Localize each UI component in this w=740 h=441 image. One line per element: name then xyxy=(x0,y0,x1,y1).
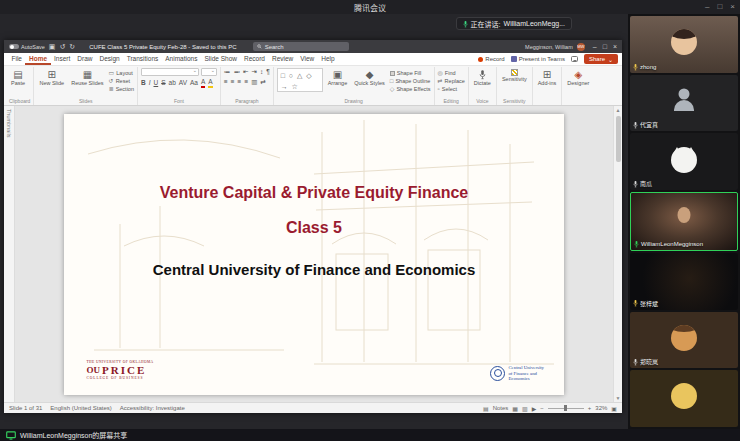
shape-effects-button[interactable]: ◇ Shape Effects xyxy=(390,86,431,92)
tab-slide-show[interactable]: Slide Show xyxy=(201,53,241,65)
align-left-button[interactable]: ≡ xyxy=(224,78,228,86)
text-direction-button[interactable]: ⇄ xyxy=(260,78,265,86)
scroll-up-icon[interactable]: ▲ xyxy=(614,107,622,113)
account-area[interactable]: Megginson, William MW xyxy=(525,43,585,51)
character-spacing-button[interactable]: AV xyxy=(179,79,187,87)
select-button[interactable]: ▫ Select xyxy=(438,86,465,92)
normal-view-icon[interactable]: ▦ xyxy=(512,405,518,412)
autosave-toggle[interactable]: AutoSave xyxy=(9,44,45,50)
accessibility-status[interactable]: Accessibility: Investigate xyxy=(120,405,185,411)
bullets-button[interactable]: ≔ xyxy=(224,68,231,76)
participant-tile[interactable] xyxy=(630,370,738,427)
zoom-slider[interactable] xyxy=(548,408,584,409)
paragraph-marks-button[interactable]: ¶ xyxy=(266,68,270,76)
slide-subtitle[interactable]: Central University of Finance and Econom… xyxy=(64,261,564,278)
tab-draw[interactable]: Draw xyxy=(74,53,96,65)
highlight-button[interactable]: A xyxy=(208,78,212,88)
paste-button[interactable]: ▤ Paste xyxy=(9,68,27,88)
participant-tile[interactable]: 郑晓岚 xyxy=(630,312,738,369)
italic-button[interactable]: I xyxy=(149,79,151,87)
maximize-button[interactable]: □ xyxy=(717,0,722,14)
slideshow-icon[interactable]: ▶ xyxy=(532,405,537,412)
present-in-teams-button[interactable]: Present in Teams xyxy=(511,56,565,62)
scroll-down-icon[interactable]: ▼ xyxy=(614,395,622,401)
shape-fill-button[interactable]: Shape Fill xyxy=(390,70,431,76)
columns-button[interactable]: ▥ xyxy=(251,78,257,86)
zoom-out-icon[interactable]: − xyxy=(540,405,544,411)
tab-home[interactable]: Home xyxy=(25,53,50,65)
slide-sorter-icon[interactable]: ▥ xyxy=(522,405,528,412)
slide[interactable]: Venture Capital & Private Equity Finance… xyxy=(64,114,564,395)
avatar: MW xyxy=(577,43,585,51)
zoom-in-icon[interactable]: + xyxy=(588,405,592,411)
participant-tile[interactable]: 南瓜 xyxy=(630,133,738,190)
find-button[interactable]: ◎ Find xyxy=(438,70,465,76)
font-name-combo[interactable] xyxy=(141,68,199,76)
tab-help[interactable]: Help xyxy=(318,53,338,65)
notes-button[interactable]: Notes xyxy=(493,405,509,411)
scrollbar-thumb[interactable] xyxy=(616,116,621,162)
tab-view[interactable]: View xyxy=(297,53,318,65)
tab-animations[interactable]: Animations xyxy=(162,53,201,65)
text-shadow-button[interactable]: ab xyxy=(169,79,176,87)
line-spacing-button[interactable]: ↕ xyxy=(260,68,263,76)
ppt-minimize-button[interactable]: – xyxy=(593,43,597,50)
shapes-gallery[interactable]: □ ○ △ ◇ → ☆ xyxy=(277,68,323,92)
vertical-scrollbar[interactable]: ▲ ▼ xyxy=(613,106,622,402)
reuse-slides-button[interactable]: ▦ Reuse Slides xyxy=(69,68,105,88)
minimize-button[interactable]: – xyxy=(705,0,709,14)
font-color-button[interactable]: A xyxy=(201,78,205,88)
reset-button[interactable]: ↺ Reset xyxy=(109,78,134,84)
layout-button[interactable]: ▭ Layout xyxy=(109,70,134,76)
tab-transitions[interactable]: Transitions xyxy=(123,53,162,65)
new-slide-button[interactable]: ⊞ New Slide xyxy=(37,68,66,88)
zoom-level[interactable]: 32% xyxy=(595,405,607,411)
ppt-close-button[interactable]: × xyxy=(613,43,617,50)
font-size-combo[interactable] xyxy=(201,68,217,76)
participant-tile[interactable]: zhong xyxy=(630,16,738,73)
change-case-button[interactable]: Aa xyxy=(190,79,198,87)
language-status[interactable]: English (United States) xyxy=(50,405,111,411)
notes-icon[interactable]: ▤ xyxy=(483,405,489,412)
align-center-button[interactable]: ≡ xyxy=(231,78,235,86)
justify-button[interactable]: ≡ xyxy=(244,78,248,86)
fit-slide-icon[interactable]: ▣ xyxy=(611,405,617,412)
designer-button[interactable]: ◈ Designer xyxy=(565,68,591,88)
new-slide-icon: ⊞ xyxy=(48,69,56,80)
comments-icon[interactable] xyxy=(571,56,578,62)
tab-design[interactable]: Design xyxy=(96,53,123,65)
ppt-maximize-button[interactable]: □ xyxy=(603,43,607,50)
dictate-button[interactable]: Dictate xyxy=(472,68,493,88)
bold-button[interactable]: B xyxy=(141,79,146,87)
slide-title-line1[interactable]: Venture Capital & Private Equity Finance xyxy=(64,184,564,202)
quick-styles-button[interactable]: ◆ Quick Styles xyxy=(352,68,387,88)
share-button[interactable]: Share ⌄ xyxy=(584,54,618,64)
shape-outline-button[interactable]: □ Shape Outline xyxy=(390,78,431,84)
search-input[interactable]: Search xyxy=(253,42,349,51)
section-button[interactable]: ≣ Section xyxy=(109,86,134,92)
save-icon[interactable]: ▣ xyxy=(49,40,56,53)
close-button[interactable]: × xyxy=(730,0,735,14)
thumbnails-pane[interactable]: Thumbnails xyxy=(4,106,15,402)
replace-button[interactable]: ⇄ Replace xyxy=(438,78,465,84)
participant-tile[interactable]: 张梓斌 xyxy=(630,253,738,310)
participant-tile-speaking[interactable]: WilliamLeonMegginson xyxy=(630,192,738,251)
tab-record[interactable]: Record xyxy=(240,53,268,65)
increase-indent-button[interactable]: ⇥ xyxy=(251,68,256,76)
addins-button[interactable]: ⊞ Add-ins xyxy=(536,68,559,88)
participant-tile[interactable]: 代宜真 xyxy=(630,75,738,132)
strikethrough-button[interactable]: S xyxy=(161,79,165,87)
slide-title-line2[interactable]: Class 5 xyxy=(64,219,564,237)
redo-icon[interactable]: ↻ xyxy=(69,40,75,53)
underline-button[interactable]: U xyxy=(154,79,159,87)
arrange-button[interactable]: ▣ Arrange xyxy=(326,68,350,88)
tab-review[interactable]: Review xyxy=(268,53,296,65)
record-button[interactable]: Record xyxy=(478,56,504,62)
align-right-button[interactable]: ≡ xyxy=(238,78,242,86)
tab-insert[interactable]: Insert xyxy=(51,53,74,65)
undo-icon[interactable]: ↺ xyxy=(59,40,65,53)
decrease-indent-button[interactable]: ⇤ xyxy=(243,68,248,76)
tab-file[interactable]: File xyxy=(8,53,25,65)
sensitivity-button[interactable]: Sensitivity xyxy=(500,68,529,84)
numbering-button[interactable]: ≕ xyxy=(233,68,240,76)
